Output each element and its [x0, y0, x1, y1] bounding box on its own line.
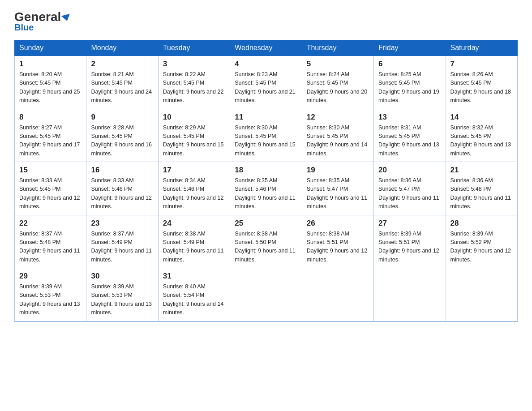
day-number: 19: [307, 166, 369, 175]
day-number: 15: [19, 166, 82, 175]
calendar-cell: [230, 268, 302, 321]
calendar-cell: 30 Sunrise: 8:39 AMSunset: 5:53 PMDaylig…: [86, 268, 158, 321]
logo-general: General: [14, 10, 61, 24]
day-info: Sunrise: 8:36 AMSunset: 5:48 PMDaylight:…: [450, 177, 511, 210]
day-header-friday: Friday: [374, 40, 446, 56]
day-info: Sunrise: 8:38 AMSunset: 5:51 PMDaylight:…: [307, 231, 368, 263]
calendar-cell: 24 Sunrise: 8:38 AMSunset: 5:49 PMDaylig…: [158, 215, 230, 268]
day-info: Sunrise: 8:39 AMSunset: 5:52 PMDaylight:…: [450, 231, 511, 263]
calendar-week-5: 29 Sunrise: 8:39 AMSunset: 5:53 PMDaylig…: [15, 268, 518, 321]
day-info: Sunrise: 8:30 AMSunset: 5:45 PMDaylight:…: [307, 124, 368, 157]
calendar-cell: 3 Sunrise: 8:22 AMSunset: 5:45 PMDayligh…: [158, 56, 230, 109]
day-info: Sunrise: 8:34 AMSunset: 5:46 PMDaylight:…: [163, 177, 224, 210]
calendar-cell: 6 Sunrise: 8:25 AMSunset: 5:45 PMDayligh…: [374, 56, 446, 109]
calendar-cell: 5 Sunrise: 8:24 AMSunset: 5:45 PMDayligh…: [302, 56, 373, 109]
day-info: Sunrise: 8:39 AMSunset: 5:51 PMDaylight:…: [378, 231, 439, 263]
calendar-cell: 13 Sunrise: 8:31 AMSunset: 5:45 PMDaylig…: [374, 109, 446, 162]
day-info: Sunrise: 8:31 AMSunset: 5:45 PMDaylight:…: [378, 124, 439, 157]
day-number: 21: [450, 166, 513, 175]
day-info: Sunrise: 8:28 AMSunset: 5:45 PMDaylight:…: [91, 124, 152, 157]
calendar-cell: 16 Sunrise: 8:33 AMSunset: 5:46 PMDaylig…: [86, 162, 158, 215]
day-info: Sunrise: 8:29 AMSunset: 5:45 PMDaylight:…: [163, 124, 224, 157]
day-info: Sunrise: 8:37 AMSunset: 5:49 PMDaylight:…: [91, 231, 152, 263]
calendar-cell: 17 Sunrise: 8:34 AMSunset: 5:46 PMDaylig…: [158, 162, 230, 215]
day-info: Sunrise: 8:25 AMSunset: 5:45 PMDaylight:…: [378, 71, 439, 103]
logo: General Blue: [14, 11, 71, 33]
day-header-sunday: Sunday: [15, 40, 86, 56]
calendar-week-2: 8 Sunrise: 8:27 AMSunset: 5:45 PMDayligh…: [15, 109, 518, 162]
day-number: 28: [450, 219, 513, 228]
day-number: 27: [378, 219, 441, 228]
day-number: 14: [450, 113, 513, 122]
day-info: Sunrise: 8:35 AMSunset: 5:47 PMDaylight:…: [307, 177, 368, 210]
day-info: Sunrise: 8:37 AMSunset: 5:48 PMDaylight:…: [19, 231, 80, 263]
day-number: 17: [163, 166, 225, 175]
calendar-cell: 9 Sunrise: 8:28 AMSunset: 5:45 PMDayligh…: [86, 109, 158, 162]
day-info: Sunrise: 8:38 AMSunset: 5:50 PMDaylight:…: [235, 231, 296, 263]
calendar-cell: 1 Sunrise: 8:20 AMSunset: 5:45 PMDayligh…: [15, 56, 86, 109]
day-number: 7: [450, 60, 513, 68]
calendar-cell: 8 Sunrise: 8:27 AMSunset: 5:45 PMDayligh…: [15, 109, 86, 162]
calendar-cell: 26 Sunrise: 8:38 AMSunset: 5:51 PMDaylig…: [302, 215, 373, 268]
day-number: 13: [378, 113, 441, 122]
calendar-cell: 11 Sunrise: 8:30 AMSunset: 5:45 PMDaylig…: [230, 109, 302, 162]
calendar-cell: 10 Sunrise: 8:29 AMSunset: 5:45 PMDaylig…: [158, 109, 230, 162]
day-info: Sunrise: 8:26 AMSunset: 5:45 PMDaylight:…: [450, 71, 511, 103]
day-number: 3: [163, 60, 225, 68]
calendar-cell: [374, 268, 446, 321]
day-number: 30: [91, 272, 153, 281]
day-info: Sunrise: 8:40 AMSunset: 5:54 PMDaylight:…: [163, 283, 224, 316]
calendar-cell: 20 Sunrise: 8:36 AMSunset: 5:47 PMDaylig…: [374, 162, 446, 215]
day-header-saturday: Saturday: [446, 40, 517, 56]
day-info: Sunrise: 8:30 AMSunset: 5:45 PMDaylight:…: [235, 124, 296, 157]
days-header-row: SundayMondayTuesdayWednesdayThursdayFrid…: [15, 40, 518, 56]
calendar-cell: 27 Sunrise: 8:39 AMSunset: 5:51 PMDaylig…: [374, 215, 446, 268]
calendar-cell: [446, 268, 517, 321]
day-info: Sunrise: 8:20 AMSunset: 5:45 PMDaylight:…: [19, 71, 80, 103]
day-info: Sunrise: 8:33 AMSunset: 5:46 PMDaylight:…: [91, 177, 152, 210]
calendar-week-3: 15 Sunrise: 8:33 AMSunset: 5:45 PMDaylig…: [15, 162, 518, 215]
calendar-cell: 14 Sunrise: 8:32 AMSunset: 5:45 PMDaylig…: [446, 109, 517, 162]
day-number: 12: [307, 113, 369, 122]
day-info: Sunrise: 8:33 AMSunset: 5:45 PMDaylight:…: [19, 177, 80, 210]
day-info: Sunrise: 8:35 AMSunset: 5:46 PMDaylight:…: [235, 177, 296, 210]
calendar-cell: 12 Sunrise: 8:30 AMSunset: 5:45 PMDaylig…: [302, 109, 373, 162]
calendar-cell: 28 Sunrise: 8:39 AMSunset: 5:52 PMDaylig…: [446, 215, 517, 268]
calendar-cell: 31 Sunrise: 8:40 AMSunset: 5:54 PMDaylig…: [158, 268, 230, 321]
day-number: 22: [19, 219, 82, 228]
day-number: 23: [91, 219, 153, 228]
day-info: Sunrise: 8:36 AMSunset: 5:47 PMDaylight:…: [378, 177, 439, 210]
day-header-thursday: Thursday: [302, 40, 373, 56]
calendar-cell: 23 Sunrise: 8:37 AMSunset: 5:49 PMDaylig…: [86, 215, 158, 268]
day-number: 9: [91, 113, 153, 122]
calendar-cell: 2 Sunrise: 8:21 AMSunset: 5:45 PMDayligh…: [86, 56, 158, 109]
day-header-wednesday: Wednesday: [230, 40, 302, 56]
day-number: 4: [235, 60, 297, 68]
day-info: Sunrise: 8:32 AMSunset: 5:45 PMDaylight:…: [450, 124, 511, 157]
calendar-cell: 22 Sunrise: 8:37 AMSunset: 5:48 PMDaylig…: [15, 215, 86, 268]
day-number: 24: [163, 219, 225, 228]
day-number: 2: [91, 60, 153, 68]
day-header-tuesday: Tuesday: [158, 40, 230, 56]
day-info: Sunrise: 8:39 AMSunset: 5:53 PMDaylight:…: [19, 283, 80, 316]
calendar-cell: 21 Sunrise: 8:36 AMSunset: 5:48 PMDaylig…: [446, 162, 517, 215]
calendar-cell: 7 Sunrise: 8:26 AMSunset: 5:45 PMDayligh…: [446, 56, 517, 109]
day-info: Sunrise: 8:38 AMSunset: 5:49 PMDaylight:…: [163, 231, 224, 263]
day-number: 16: [91, 166, 153, 175]
day-info: Sunrise: 8:21 AMSunset: 5:45 PMDaylight:…: [91, 71, 152, 103]
day-info: Sunrise: 8:24 AMSunset: 5:45 PMDaylight:…: [307, 71, 368, 103]
day-number: 18: [235, 166, 297, 175]
day-number: 29: [19, 272, 82, 281]
day-info: Sunrise: 8:23 AMSunset: 5:45 PMDaylight:…: [235, 71, 296, 103]
day-number: 1: [19, 60, 82, 68]
day-number: 10: [163, 113, 225, 122]
calendar-cell: 18 Sunrise: 8:35 AMSunset: 5:46 PMDaylig…: [230, 162, 302, 215]
day-header-monday: Monday: [86, 40, 158, 56]
page-header: General Blue: [14, 11, 518, 33]
calendar-week-1: 1 Sunrise: 8:20 AMSunset: 5:45 PMDayligh…: [15, 56, 518, 109]
calendar-cell: 25 Sunrise: 8:38 AMSunset: 5:50 PMDaylig…: [230, 215, 302, 268]
calendar-cell: 19 Sunrise: 8:35 AMSunset: 5:47 PMDaylig…: [302, 162, 373, 215]
logo-blue: Blue: [14, 22, 34, 33]
day-number: 8: [19, 113, 82, 122]
day-number: 25: [235, 219, 297, 228]
